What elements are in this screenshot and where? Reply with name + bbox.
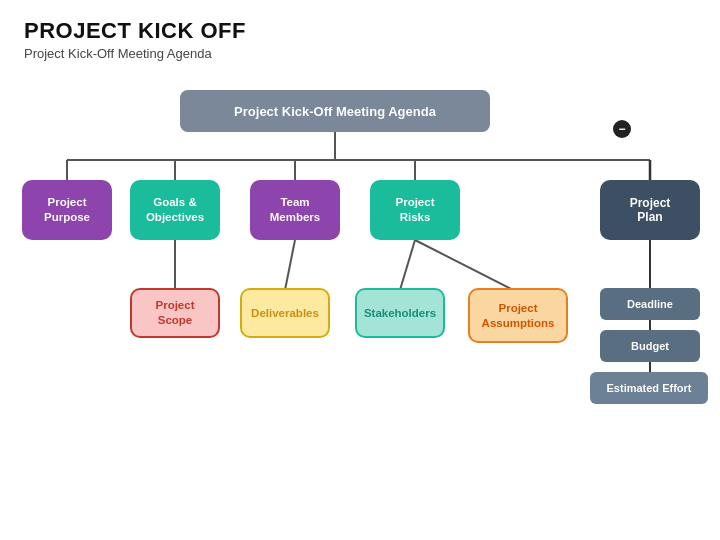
l1-goals-label: Goals &Objectives — [146, 195, 204, 225]
l1-plan-label: ProjectPlan — [630, 196, 671, 224]
header: PROJECT KICK OFF Project Kick-Off Meetin… — [0, 0, 720, 67]
l1-team-label: TeamMembers — [270, 195, 321, 225]
plan-effort: Estimated Effort — [590, 372, 708, 404]
l2-stakeholders-label: Stakeholders — [364, 306, 436, 321]
l1-plan: ProjectPlan — [600, 180, 700, 240]
page-subtitle: Project Kick-Off Meeting Agenda — [24, 46, 696, 61]
l1-risks: ProjectRisks — [370, 180, 460, 240]
plan-deadline: Deadline — [600, 288, 700, 320]
l2-deliverables-label: Deliverables — [251, 306, 319, 321]
page-title: PROJECT KICK OFF — [24, 18, 696, 44]
diagram-area: Project Kick-Off Meeting Agenda ProjectP… — [0, 70, 720, 540]
svg-line-8 — [285, 240, 295, 290]
svg-line-10 — [415, 240, 513, 290]
l1-risks-label: ProjectRisks — [396, 195, 435, 225]
plan-budget-label: Budget — [631, 340, 669, 352]
l2-assumptions: ProjectAssumptions — [468, 288, 568, 343]
l1-purpose-label: ProjectPurpose — [44, 195, 90, 225]
l1-goals: Goals &Objectives — [130, 180, 220, 240]
root-label: Project Kick-Off Meeting Agenda — [234, 104, 436, 119]
l2-stakeholders: Stakeholders — [355, 288, 445, 338]
l2-scope: ProjectScope — [130, 288, 220, 338]
plan-deadline-label: Deadline — [627, 298, 673, 310]
l1-team: TeamMembers — [250, 180, 340, 240]
svg-line-9 — [400, 240, 415, 290]
plan-budget: Budget — [600, 330, 700, 362]
l2-deliverables: Deliverables — [240, 288, 330, 338]
plan-effort-label: Estimated Effort — [607, 382, 692, 394]
collapse-badge[interactable]: − — [613, 120, 631, 138]
root-node: Project Kick-Off Meeting Agenda — [180, 90, 490, 132]
l2-assumptions-label: ProjectAssumptions — [482, 301, 555, 331]
l2-scope-label: ProjectScope — [156, 298, 195, 328]
l1-purpose: ProjectPurpose — [22, 180, 112, 240]
